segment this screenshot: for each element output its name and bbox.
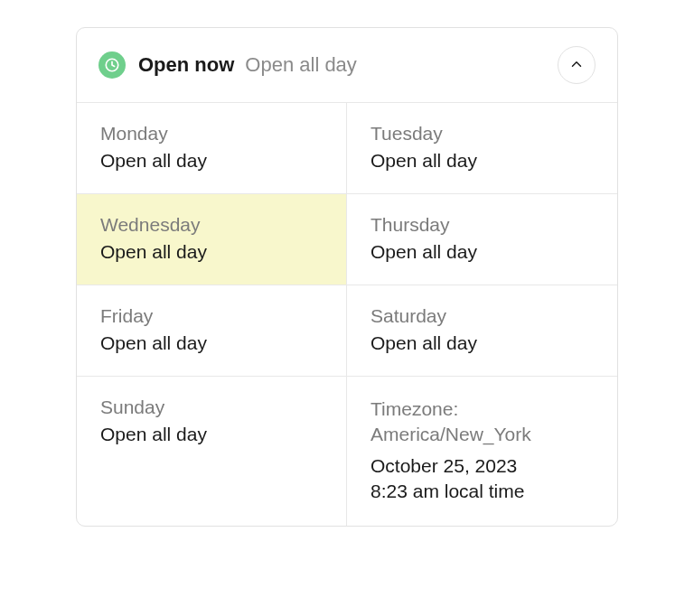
day-name: Thursday (370, 214, 594, 236)
day-cell-saturday: Saturday Open all day (347, 285, 617, 377)
day-cell-wednesday: Wednesday Open all day (77, 194, 347, 285)
clock-icon (98, 51, 126, 79)
day-name: Monday (100, 123, 323, 145)
timezone-cell: Timezone: America/New_York October 25, 2… (347, 377, 617, 526)
collapse-button[interactable] (558, 46, 596, 84)
day-cell-monday: Monday Open all day (77, 103, 347, 194)
day-name: Sunday (100, 397, 323, 418)
day-cell-thursday: Thursday Open all day (347, 194, 617, 285)
chevron-up-icon (568, 56, 585, 75)
day-hours: Open all day (100, 241, 323, 263)
card-header[interactable]: Open now Open all day (77, 28, 617, 102)
day-name: Saturday (370, 305, 594, 327)
today-hours: Open all day (245, 53, 357, 77)
opening-hours-card: Open now Open all day Monday Open all da… (76, 27, 618, 527)
day-hours: Open all day (370, 241, 594, 263)
timezone-prefix: Timezone: (370, 398, 458, 419)
timezone-label: Timezone: America/New_York (370, 397, 594, 448)
header-text: Open now Open all day (138, 53, 545, 77)
day-cell-friday: Friday Open all day (77, 285, 347, 377)
hours-grid: Monday Open all day Tuesday Open all day… (77, 102, 617, 526)
day-hours: Open all day (370, 150, 594, 172)
day-hours: Open all day (100, 332, 323, 354)
day-hours: Open all day (370, 332, 594, 354)
day-name: Wednesday (100, 214, 323, 236)
open-status: Open now (138, 53, 234, 77)
timezone-name: America/New_York (370, 424, 531, 444)
day-name: Friday (100, 305, 323, 327)
day-hours: Open all day (100, 150, 323, 172)
day-hours: Open all day (100, 424, 323, 445)
day-cell-tuesday: Tuesday Open all day (347, 103, 617, 194)
day-cell-sunday: Sunday Open all day (77, 377, 347, 526)
day-name: Tuesday (370, 123, 594, 145)
timezone-date: October 25, 2023 (370, 453, 594, 479)
timezone-time: 8:23 am local time (370, 479, 594, 504)
